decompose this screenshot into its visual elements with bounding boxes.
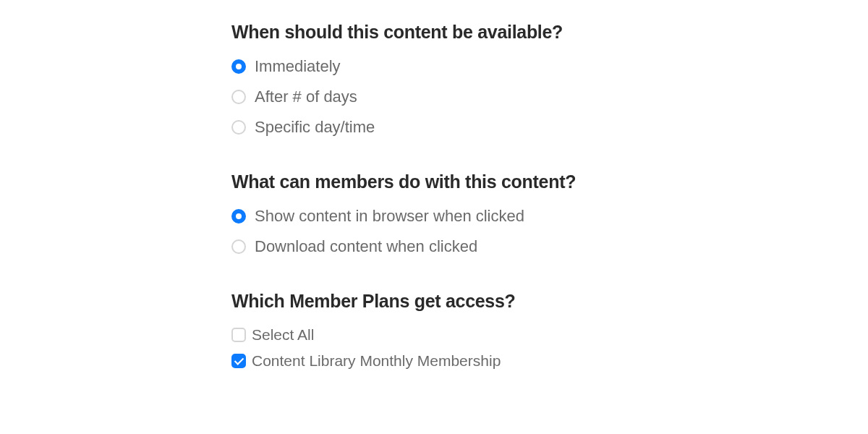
radio-icon [231, 239, 246, 254]
plans-option-monthly-membership[interactable]: Content Library Monthly Membership [231, 352, 868, 370]
permissions-option-download[interactable]: Download content when clicked [231, 237, 868, 256]
option-label: Download content when clicked [255, 237, 477, 256]
plans-option-select-all[interactable]: Select All [231, 326, 868, 344]
radio-icon [231, 59, 246, 74]
radio-icon [231, 209, 246, 224]
permissions-option-show-browser[interactable]: Show content in browser when clicked [231, 207, 868, 226]
radio-icon [231, 120, 246, 135]
permissions-heading: What can members do with this content? [231, 171, 868, 192]
plans-section: Which Member Plans get access? Select Al… [231, 291, 868, 370]
permissions-section: What can members do with this content? S… [231, 171, 868, 256]
availability-option-specific-time[interactable]: Specific day/time [231, 118, 868, 137]
option-label: After # of days [255, 88, 357, 106]
availability-heading: When should this content be available? [231, 22, 868, 43]
plans-heading: Which Member Plans get access? [231, 291, 868, 312]
option-label: Show content in browser when clicked [255, 207, 524, 226]
availability-option-immediately[interactable]: Immediately [231, 57, 868, 76]
option-label: Content Library Monthly Membership [252, 352, 501, 370]
checkbox-icon [231, 328, 246, 342]
radio-icon [231, 90, 246, 104]
availability-option-after-days[interactable]: After # of days [231, 88, 868, 106]
option-label: Immediately [255, 57, 341, 76]
option-label: Select All [252, 326, 314, 344]
checkbox-icon [231, 354, 246, 368]
option-label: Specific day/time [255, 118, 375, 137]
availability-section: When should this content be available? I… [231, 22, 868, 137]
